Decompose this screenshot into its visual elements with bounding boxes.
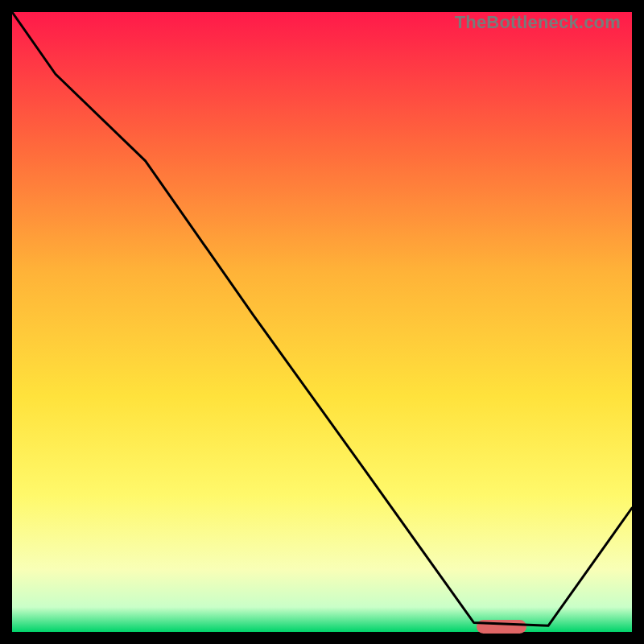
chart-plot-area: TheBottleneck.com (12, 12, 632, 632)
watermark-text: TheBottleneck.com (455, 12, 621, 33)
curve-layer (12, 12, 632, 632)
mismatch-curve (12, 12, 632, 625)
